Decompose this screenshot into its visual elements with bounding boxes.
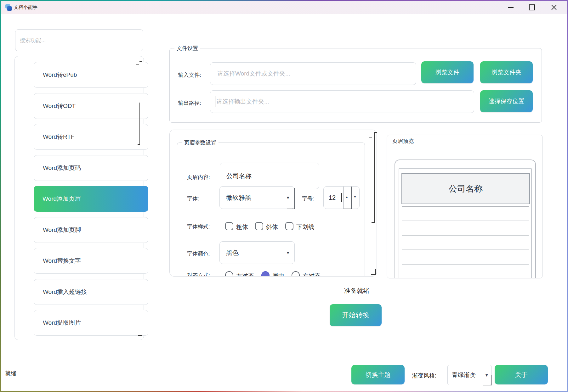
window-body: 文档小能手 搜索功能... Word转ePub Word转ODT Word转RT…	[1, 1, 567, 391]
browse-folder-button[interactable]: 浏览文件夹	[480, 61, 533, 83]
chevron-down-icon: ▼	[286, 195, 290, 200]
bold-checkbox[interactable]	[225, 222, 233, 230]
spin-down-icon[interactable]: ▼	[354, 195, 356, 199]
theme-toggle-button[interactable]: 切换主题	[351, 365, 405, 384]
font-value: 微软雅黑	[226, 193, 251, 202]
output-path-field[interactable]: 请选择输出文件夹...	[210, 90, 474, 113]
spin-divider-dark	[351, 187, 352, 209]
sidebar-item-replace-text[interactable]: Word替换文字	[34, 248, 148, 274]
italic-label: 斜体	[266, 223, 278, 231]
sidebar-scroll-artifact-dash	[136, 64, 139, 65]
align-left-label: 左对齐	[236, 272, 254, 277]
combo-border-artifact	[287, 209, 295, 209]
close-button[interactable]	[547, 1, 561, 14]
font-color-combobox[interactable]: 黑色 ▼	[219, 241, 295, 264]
params-scroll-artifact-bottom2	[375, 269, 376, 275]
gradient-style-combobox[interactable]: 青绿渐变 ▼	[447, 365, 492, 385]
align-right-label: 右对齐	[303, 272, 321, 277]
spin-up-icon[interactable]: ▲	[345, 195, 348, 199]
header-preview-legend: 页眉预览	[392, 137, 414, 145]
statusbar-ready: 就绪	[5, 370, 16, 377]
params-scroll-artifact-dash	[369, 137, 372, 137]
preview-line	[402, 206, 529, 207]
sidebar-scroll-artifact-foot	[138, 144, 140, 145]
preview-document-inner: 公司名称	[399, 168, 532, 278]
header-params-legend: 页眉参数设置	[182, 139, 219, 146]
sidebar-item-label: Word添加页脚	[43, 226, 81, 234]
window-title: 文档小能手	[14, 4, 37, 10]
spin-divider	[344, 187, 344, 209]
input-file-field[interactable]: 请选择Word文件或文件夹...	[210, 62, 416, 85]
align-label: 对齐方式:	[187, 272, 210, 277]
gradient-style-value: 青绿渐变	[452, 371, 476, 379]
sidebar-item-word-to-rtf[interactable]: Word转RTF	[34, 124, 148, 150]
italic-checkbox[interactable]	[255, 222, 263, 230]
input-file-placeholder: 请选择Word文件或文件夹...	[217, 70, 290, 78]
preview-line	[402, 264, 529, 265]
align-center-label: 居中	[272, 272, 284, 277]
params-scroll-artifact-foot	[372, 222, 375, 223]
chevron-down-icon: ▼	[286, 250, 290, 255]
sidebar-item-label: Word转RTF	[43, 133, 75, 141]
sidebar-item-insert-link[interactable]: Word插入超链接	[34, 279, 148, 305]
font-combobox[interactable]: 微软雅黑 ▼	[219, 186, 295, 209]
browse-file-button[interactable]: 浏览文件	[421, 61, 474, 83]
header-content-input[interactable]: 公司名称	[220, 163, 319, 189]
underline-checkbox[interactable]	[285, 222, 293, 230]
minimize-button[interactable]	[503, 1, 518, 14]
sidebar-scroll-artifact-bottom2	[142, 331, 142, 336]
preview-line	[402, 235, 529, 236]
size-spinbox[interactable]: 12 ▲ ▼	[323, 186, 360, 209]
sidebar-item-label: Word替换文字	[43, 257, 81, 265]
sidebar-scroll-artifact-top2	[142, 61, 142, 67]
combo-border-artifact	[483, 385, 492, 385]
search-input[interactable]: 搜索功能...	[15, 29, 143, 51]
title-bar: 文档小能手	[1, 1, 567, 14]
combo-border-artifact	[491, 375, 492, 385]
params-scrollbar-thumb[interactable]	[374, 132, 375, 222]
file-settings-legend: 文件设置	[174, 45, 200, 52]
search-placeholder: 搜索功能...	[20, 37, 46, 44]
sidebar-item-add-pagenum[interactable]: Word添加页码	[34, 155, 148, 181]
sidebar-item-word-to-odt[interactable]: Word转ODT	[34, 93, 148, 119]
convert-button[interactable]: 开始转换	[330, 304, 382, 326]
about-button[interactable]: 关于	[495, 365, 548, 384]
app-icon-front	[7, 6, 12, 11]
preview-line	[402, 221, 529, 221]
sidebar-item-extract-images[interactable]: Word提取图片	[34, 310, 148, 336]
combo-border-artifact	[294, 188, 295, 209]
minimize-icon	[508, 7, 514, 8]
sidebar-item-add-footer[interactable]: Word添加页脚	[34, 217, 148, 243]
size-value: 12	[329, 194, 336, 201]
sidebar-item-label: Word添加页码	[43, 164, 81, 172]
sidebar-item-add-header[interactable]: Word添加页眉	[34, 186, 148, 212]
sidebar-scrollbar-thumb[interactable]	[139, 103, 140, 145]
text-caret	[215, 96, 215, 107]
sidebar-item-label: Word插入超链接	[43, 288, 87, 296]
status-text: 准备就绪	[325, 287, 388, 295]
sidebar-item-word-to-epub[interactable]: Word转ePub	[34, 62, 148, 88]
underline-label: 下划线	[296, 223, 314, 231]
gradient-style-label: 渐变风格:	[412, 372, 436, 379]
sidebar-item-label: Word添加页眉	[43, 195, 81, 203]
bold-label: 粗体	[236, 223, 248, 231]
font-color-label: 字体颜色:	[187, 250, 210, 257]
app-icon	[5, 3, 13, 11]
output-path-placeholder: 请选择输出文件夹...	[216, 98, 269, 106]
font-color-value: 黑色	[226, 249, 239, 257]
maximize-button[interactable]	[525, 1, 539, 14]
input-file-label: 输入文件:	[178, 71, 201, 79]
header-params-card: 页眉参数设置 页眉内容: 公司名称 字体: 微软雅黑 ▼ 字号: 12 ▲ ▼ …	[169, 130, 377, 277]
maximize-icon	[529, 4, 535, 10]
close-icon	[551, 5, 557, 10]
function-list: Word转ePub Word转ODT Word转RTF Word添加页码 Wor…	[14, 56, 144, 340]
sidebar-item-label: Word转ODT	[43, 102, 76, 110]
size-label: 字号:	[302, 195, 314, 202]
spin-border-artifact	[344, 209, 352, 209]
preview-line	[402, 249, 529, 250]
preview-document: 公司名称	[395, 160, 536, 278]
choose-save-button[interactable]: 选择保存位置	[480, 90, 533, 112]
header-content-label: 页眉内容:	[187, 174, 210, 181]
sidebar-item-label: Word转ePub	[43, 71, 77, 79]
text-caret	[341, 193, 342, 202]
